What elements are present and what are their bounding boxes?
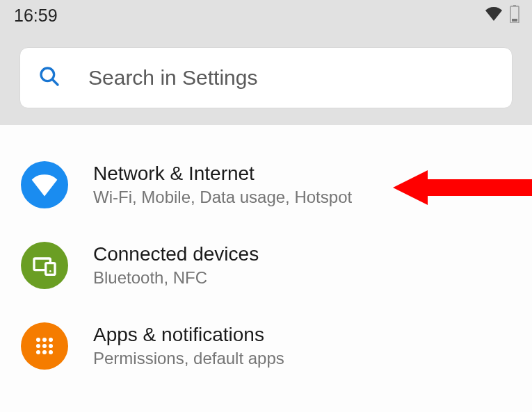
svg-point-16: [49, 350, 53, 354]
status-bar: 16:59: [0, 0, 532, 31]
search-placeholder: Search in Settings: [88, 66, 257, 90]
item-title: Connected devices: [93, 243, 259, 265]
item-text: Apps & notifications Permissions, defaul…: [93, 324, 284, 368]
search-section: Search in Settings: [0, 31, 532, 125]
svg-rect-6: [46, 263, 55, 275]
item-text: Connected devices Bluetooth, NFC: [93, 243, 259, 288]
item-subtitle: Permissions, default apps: [93, 349, 284, 368]
item-subtitle: Wi-Fi, Mobile, Data usage, Hotspot: [93, 188, 352, 207]
svg-point-9: [42, 338, 47, 342]
svg-point-11: [36, 344, 40, 348]
svg-point-13: [49, 344, 53, 348]
svg-point-14: [36, 350, 40, 354]
item-subtitle: Bluetooth, NFC: [93, 268, 259, 288]
svg-point-8: [36, 338, 40, 342]
item-title: Apps & notifications: [93, 324, 284, 346]
svg-rect-2: [512, 19, 517, 22]
svg-point-10: [49, 338, 53, 342]
settings-item-apps[interactable]: Apps & notifications Permissions, defaul…: [0, 306, 532, 386]
svg-point-12: [42, 344, 47, 348]
status-icons: [485, 5, 519, 26]
wifi-status-icon: [485, 7, 503, 24]
battery-status-icon: [510, 5, 519, 26]
settings-item-connected[interactable]: Connected devices Bluetooth, NFC: [0, 225, 532, 306]
search-bar[interactable]: Search in Settings: [19, 47, 513, 108]
svg-point-7: [49, 270, 51, 272]
item-text: Network & Internet Wi-Fi, Mobile, Data u…: [93, 163, 352, 207]
svg-line-4: [52, 79, 58, 85]
settings-list: Network & Internet Wi-Fi, Mobile, Data u…: [0, 125, 532, 386]
wifi-icon: [21, 161, 68, 208]
svg-point-15: [42, 350, 47, 354]
search-icon: [38, 65, 61, 90]
status-time: 16:59: [14, 6, 58, 26]
devices-icon: [21, 242, 68, 289]
item-title: Network & Internet: [93, 163, 352, 185]
arrow-annotation: [393, 167, 532, 211]
svg-marker-17: [393, 170, 532, 205]
apps-grid-icon: [21, 322, 68, 370]
